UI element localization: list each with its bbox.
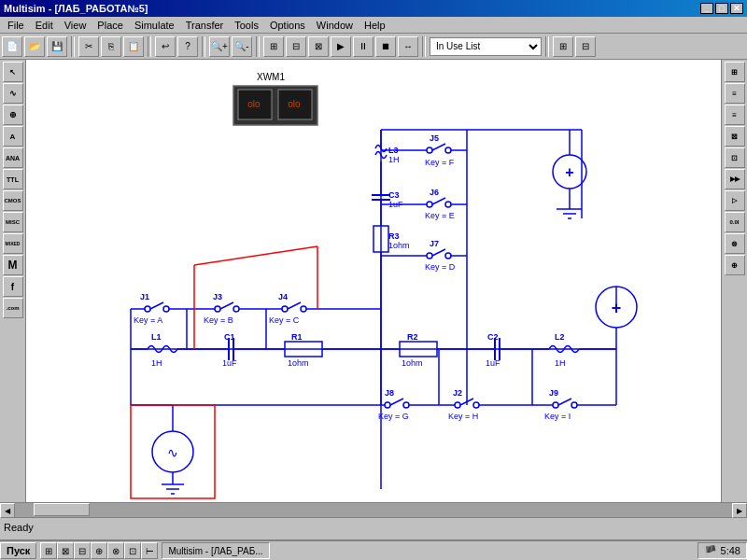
svg-text:J7: J7: [430, 239, 439, 248]
menu-options[interactable]: Options: [264, 19, 311, 32]
zoom-out-button[interactable]: 🔍-: [232, 36, 252, 57]
sidebar-btn-com[interactable]: .com: [3, 298, 23, 318]
right-sidebar: ⊞ ≡ ≡ ⊠ ⊡ ▶▶ ▷ 0.0I ⊗ ⊕: [721, 60, 747, 502]
taskbar-icon-7[interactable]: ⊢: [141, 542, 158, 559]
in-use-list-dropdown[interactable]: In Use List: [430, 37, 542, 56]
sidebar-btn-ttl[interactable]: TTL: [3, 169, 23, 189]
svg-line-67: [220, 302, 233, 309]
open-button[interactable]: 📂: [24, 36, 45, 57]
cut-button[interactable]: ✂: [78, 36, 99, 57]
menu-window[interactable]: Window: [311, 19, 359, 32]
sidebar-btn-cmos[interactable]: CMOS: [3, 190, 23, 211]
sim-btn3[interactable]: ⊠: [308, 36, 329, 57]
horizontal-scrollbar[interactable]: ◀ ▶: [0, 502, 747, 517]
paste-button[interactable]: 📋: [123, 36, 144, 57]
menu-view[interactable]: View: [59, 19, 92, 32]
menu-file[interactable]: File: [2, 19, 30, 32]
svg-text:Key = C: Key = C: [269, 315, 300, 325]
taskbar-icon-4[interactable]: ⊕: [91, 542, 107, 559]
new-button[interactable]: 📄: [2, 36, 22, 57]
zoom-in-button[interactable]: 🔍+: [209, 36, 230, 57]
menu-place[interactable]: Place: [92, 19, 129, 32]
maximize-button[interactable]: □: [715, 3, 728, 14]
svg-text:1uF: 1uF: [222, 358, 237, 368]
start-button[interactable]: Пуск: [0, 542, 36, 559]
taskbar-app-item[interactable]: Multisim - [ЛАБ_РАБ...: [162, 542, 269, 559]
taskbar-icon-2[interactable]: ⊠: [57, 542, 74, 559]
svg-line-60: [150, 302, 163, 309]
window-controls: _ □ ✕: [700, 3, 743, 14]
right-btn-9[interactable]: ⊗: [725, 233, 745, 254]
toolbar-sep5: [422, 36, 426, 57]
copy-button[interactable]: ⎘: [101, 36, 121, 57]
menu-transfer[interactable]: Transfer: [180, 19, 230, 32]
sidebar-btn-ana[interactable]: ANA: [3, 147, 23, 168]
taskbar-icon-6[interactable]: ⊡: [124, 542, 141, 559]
extra-btn2[interactable]: ⊟: [575, 36, 596, 57]
svg-point-45: [427, 253, 432, 259]
right-btn-1[interactable]: ⊞: [725, 62, 745, 82]
sim-btn6[interactable]: ⏹: [375, 36, 396, 57]
svg-point-118: [571, 402, 577, 408]
save-button[interactable]: 💾: [47, 36, 67, 57]
right-btn-6[interactable]: ▶▶: [725, 169, 745, 189]
menu-help[interactable]: Help: [359, 19, 391, 32]
close-button[interactable]: ✕: [730, 3, 743, 14]
taskbar-clock: 🏴 5:48: [698, 542, 747, 559]
svg-text:1ohm: 1ohm: [288, 358, 309, 368]
right-btn-4[interactable]: ⊠: [725, 126, 745, 147]
menu-simulate[interactable]: Simulate: [129, 19, 180, 32]
svg-text:J1: J1: [140, 292, 149, 301]
taskbar-icon-1[interactable]: ⊞: [40, 542, 57, 559]
help-button[interactable]: ?: [177, 36, 198, 57]
toolbar-sep6: [545, 36, 549, 57]
right-btn-2[interactable]: ≡: [725, 83, 745, 104]
sim-btn2[interactable]: ⊟: [286, 36, 306, 57]
sidebar-btn-mixed[interactable]: MIXED: [3, 233, 23, 254]
sidebar-btn-junction[interactable]: ⊕: [3, 105, 23, 125]
scroll-right-button[interactable]: ▶: [732, 503, 747, 518]
right-btn-10[interactable]: ⊕: [725, 255, 745, 275]
sim-btn4[interactable]: ▶: [331, 36, 351, 57]
svg-line-48: [432, 249, 445, 256]
taskbar-icon-5[interactable]: ⊗: [107, 542, 124, 559]
right-btn-8[interactable]: 0.0I: [725, 212, 745, 232]
clock-flag: 🏴: [704, 545, 717, 557]
svg-point-58: [163, 306, 169, 312]
toolbar-sep2: [148, 36, 151, 57]
right-btn-5[interactable]: ⊡: [725, 147, 745, 168]
sidebar-btn-select[interactable]: ↖: [3, 62, 23, 82]
scroll-track[interactable]: [15, 503, 732, 517]
svg-text:Key = H: Key = H: [448, 412, 478, 421]
sim-btn1[interactable]: ⊞: [263, 36, 284, 57]
svg-text:olo: olo: [247, 99, 261, 109]
svg-text:1H: 1H: [388, 155, 400, 164]
extra-btn1[interactable]: ⊞: [553, 36, 573, 57]
right-btn-3[interactable]: ≡: [725, 105, 745, 125]
scroll-thumb[interactable]: [34, 503, 90, 516]
svg-text:1uF: 1uF: [486, 358, 500, 368]
clock-time: 5:48: [721, 545, 740, 556]
menu-tools[interactable]: Tools: [229, 19, 264, 32]
undo-button[interactable]: ↩: [155, 36, 176, 57]
svg-point-136: [403, 402, 409, 408]
xwm1-label: XWM1: [257, 72, 285, 82]
taskbar-icon-3[interactable]: ⊟: [74, 542, 91, 559]
sidebar-btn-f[interactable]: f: [3, 276, 23, 297]
svg-text:Key = A: Key = A: [134, 315, 162, 325]
sidebar-btn-label[interactable]: A: [3, 126, 23, 147]
scroll-left-button[interactable]: ◀: [0, 503, 15, 518]
svg-text:1H: 1H: [151, 358, 162, 368]
sim-btn7[interactable]: ↔: [398, 36, 418, 57]
sidebar-btn-misc[interactable]: MISC: [3, 212, 23, 232]
canvas-area[interactable]: olo olo XWM1 + L3 1H: [26, 60, 721, 502]
title-bar: Multisim - [ЛАБ_РАБОТА№5] _ □ ✕: [0, 0, 747, 17]
sidebar-btn-wire[interactable]: ∿: [3, 83, 23, 104]
sidebar-btn-m[interactable]: M: [3, 255, 23, 275]
sim-btn5[interactable]: ⏸: [353, 36, 374, 57]
menu-edit[interactable]: Edit: [30, 19, 59, 32]
svg-text:J2: J2: [453, 388, 462, 398]
minimize-button[interactable]: _: [700, 3, 713, 14]
svg-text:Key = G: Key = G: [378, 412, 409, 421]
right-btn-7[interactable]: ▷: [725, 190, 745, 211]
